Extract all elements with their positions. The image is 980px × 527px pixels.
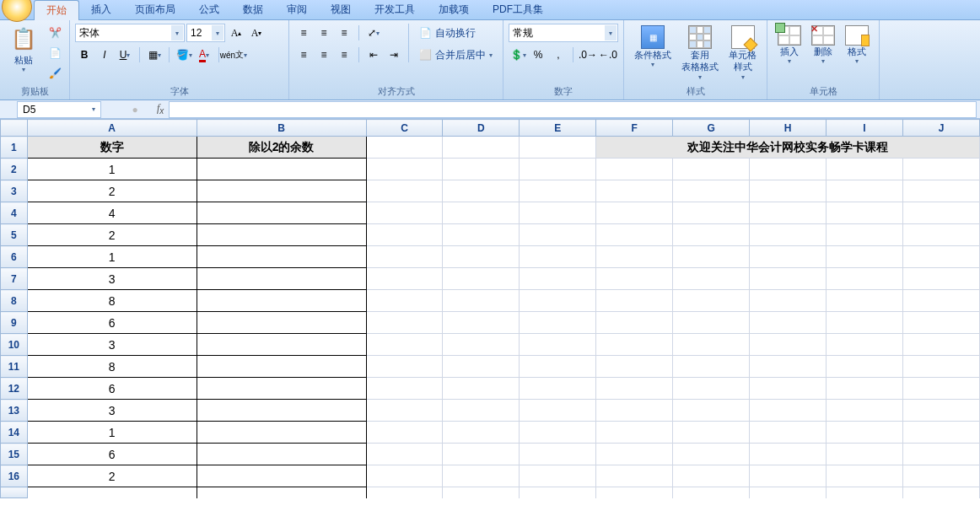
cell[interactable] [902,246,979,268]
row-header[interactable]: 4 [1,202,28,224]
cell[interactable] [902,290,979,312]
cell[interactable] [520,312,596,334]
align-left-button[interactable]: ≡ [294,46,313,64]
cell[interactable] [197,268,366,290]
cell[interactable] [827,356,903,378]
cell[interactable]: 1 [27,159,197,180]
format-as-table-button[interactable]: 套用 表格格式▾ [676,24,724,83]
cell[interactable] [520,180,596,202]
cell[interactable] [197,290,366,312]
cell[interactable] [366,159,443,180]
decrease-decimal-button[interactable]: ←.0 [599,46,617,64]
cell[interactable] [366,356,443,378]
row-header[interactable]: 8 [1,290,28,312]
indent-increase-button[interactable]: ⇥ [385,46,403,64]
bold-button[interactable]: B [75,46,94,64]
phonetic-button[interactable]: wén文▾ [224,46,243,64]
cell[interactable] [596,180,673,202]
cell[interactable] [596,444,673,465]
cell[interactable] [443,465,520,487]
cell[interactable] [750,246,827,268]
cell[interactable] [520,422,596,444]
cell[interactable] [827,400,903,422]
border-button[interactable]: ▦▾ [145,46,164,64]
cell[interactable] [520,444,596,465]
tab-pagelayout[interactable]: 页面布局 [123,0,187,19]
cell[interactable] [197,246,366,268]
cell[interactable] [443,290,520,312]
row-header[interactable]: 16 [1,465,28,487]
row-header[interactable]: 5 [1,224,28,246]
cell[interactable] [443,202,520,224]
cell[interactable] [827,224,903,246]
font-color-button[interactable]: A▾ [195,46,213,64]
cell[interactable] [443,224,520,246]
cell[interactable] [596,159,673,180]
cell[interactable]: 4 [27,202,197,224]
cell[interactable] [827,202,903,224]
cell[interactable] [366,444,443,465]
underline-button[interactable]: U▾ [116,46,134,64]
cell[interactable] [520,290,596,312]
font-name-combo[interactable]: 宋体▾ [75,24,185,42]
cell[interactable] [520,202,596,224]
cell[interactable] [750,290,827,312]
conditional-format-button[interactable]: ▦ 条件格式▾ [629,24,676,72]
cell[interactable] [197,487,366,498]
cell[interactable] [197,180,366,202]
wrap-text-button[interactable]: 📄自动换行 [414,24,498,42]
cell[interactable] [520,268,596,290]
cell[interactable]: 数字 [27,137,197,159]
office-button[interactable] [2,0,32,22]
cell[interactable] [366,422,443,444]
col-header[interactable]: C [366,120,443,137]
cell[interactable] [366,180,443,202]
cut-button[interactable]: ✂️ [46,24,64,42]
banner-cell[interactable]: 欢迎关注中华会计网校实务畅学卡课程 [596,137,980,159]
cell[interactable] [596,202,673,224]
cell[interactable] [750,444,827,465]
font-size-combo[interactable]: 12▾ [186,24,225,42]
col-header[interactable]: B [197,120,366,137]
cell[interactable] [596,378,673,400]
cell[interactable] [673,334,750,356]
cell[interactable]: 8 [27,290,197,312]
cell[interactable] [673,444,750,465]
cell[interactable] [750,202,827,224]
col-header[interactable]: F [596,120,673,137]
cell[interactable] [827,334,903,356]
decrease-font-button[interactable]: A▾ [247,24,266,42]
cell[interactable] [673,246,750,268]
cell[interactable] [366,202,443,224]
cell[interactable] [750,400,827,422]
comma-button[interactable]: , [549,46,568,64]
cell[interactable] [443,422,520,444]
tab-addins[interactable]: 加载项 [427,0,481,19]
row-header[interactable]: 7 [1,268,28,290]
cell[interactable] [443,180,520,202]
cell[interactable]: 2 [27,465,197,487]
cell[interactable] [902,224,979,246]
cell[interactable]: 除以2的余数 [197,137,366,159]
increase-font-button[interactable]: A▴ [227,24,245,42]
cell[interactable] [366,400,443,422]
row-header[interactable]: 11 [1,356,28,378]
cell[interactable] [673,290,750,312]
cell[interactable]: 2 [27,180,197,202]
cell[interactable] [750,334,827,356]
cell[interactable] [827,268,903,290]
row-header[interactable]: 10 [1,334,28,356]
tab-pdf[interactable]: PDF工具集 [481,0,555,19]
cell[interactable]: 3 [27,334,197,356]
align-right-button[interactable]: ≡ [335,46,353,64]
cell[interactable] [750,465,827,487]
cell[interactable] [902,180,979,202]
cell[interactable] [827,465,903,487]
row-header[interactable]: 13 [1,400,28,422]
cell-styles-button[interactable]: 单元格 样式▾ [724,24,762,83]
cell[interactable] [902,202,979,224]
row-header[interactable]: 14 [1,422,28,444]
cell[interactable] [197,444,366,465]
cell[interactable] [673,159,750,180]
cell[interactable] [596,290,673,312]
